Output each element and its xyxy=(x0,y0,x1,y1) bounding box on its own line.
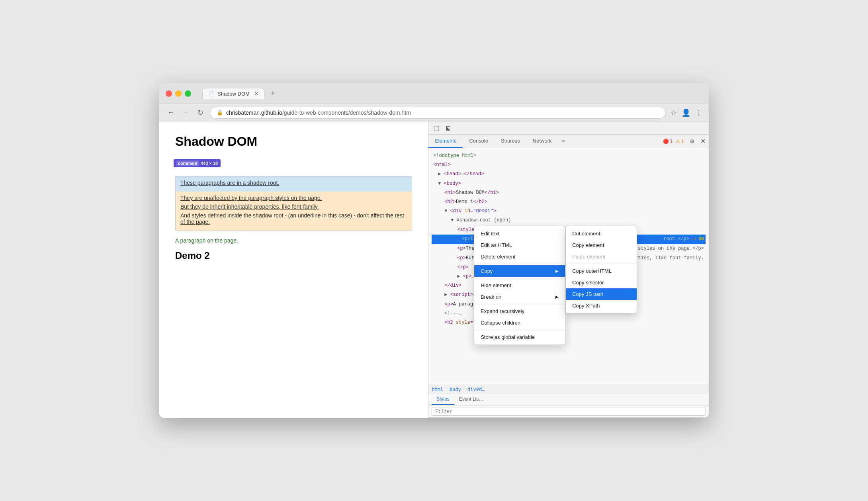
devtools-settings-button[interactable]: ⚙ xyxy=(687,137,697,146)
more-options-button[interactable]: ⋮ xyxy=(695,108,702,117)
url-bar[interactable]: 🔒 chrisbateman.github.io/guide-to-web-co… xyxy=(210,107,666,119)
context-menu: Edit text Edit as HTML Delete element Co… xyxy=(474,226,565,345)
maximize-button[interactable] xyxy=(185,90,191,97)
dom-line-h2-demo1[interactable]: <h2>Demo 1</h2> xyxy=(432,198,706,207)
address-bar: ← → ↻ 🔒 chrisbateman.github.io/guide-to-… xyxy=(159,104,709,121)
ctx-sep-3 xyxy=(474,304,565,304)
ctx-copy[interactable]: Copy ▶ xyxy=(474,265,565,277)
ctx-expand-recursively-label: Expand recursively xyxy=(481,308,524,314)
dom-line-html[interactable]: <html> xyxy=(432,160,706,170)
ctx-sep-1 xyxy=(474,264,565,264)
shadow-para-4: And styles defined inside the shadow roo… xyxy=(180,212,407,225)
div-arrow[interactable]: ▼ xyxy=(444,208,447,214)
dom-line-head[interactable]: ▶ <head>…</head> xyxy=(432,170,706,179)
main-area: Shadow DOM comment 443 × 18 Demo 1 These… xyxy=(159,121,709,418)
tab-network[interactable]: Network xyxy=(526,135,558,148)
tab-title: Shadow DOM xyxy=(217,91,250,97)
tab-sources[interactable]: Sources xyxy=(495,135,526,148)
element-tooltip: comment 443 × 18 xyxy=(174,159,221,167)
page-title: Shadow DOM xyxy=(175,134,412,149)
back-button[interactable]: ← xyxy=(166,107,176,118)
ctx-break-on[interactable]: Break on ▶ xyxy=(474,291,565,303)
error-badge: 🔴 1 xyxy=(663,139,673,144)
tab-close-button[interactable]: ✕ xyxy=(254,91,258,96)
dom-line-body[interactable]: ▼ <body> xyxy=(432,179,706,188)
shadow-para-1: These paragraphs are in a shadow root. xyxy=(180,180,407,186)
ctx-delete-element-label: Delete element xyxy=(481,254,515,260)
html-tag: <html> xyxy=(433,162,450,168)
device-toolbar-button[interactable]: ⬕ xyxy=(443,123,453,133)
avatar-button[interactable]: 👤 xyxy=(682,108,690,117)
devtools-tab-actions: 🔴 1 ⚠ 1 ⚙ ✕ xyxy=(663,135,709,148)
refresh-button[interactable]: ↻ xyxy=(196,107,205,119)
lock-icon: 🔒 xyxy=(217,110,223,115)
url-base: chrisbateman.github.io xyxy=(226,110,282,116)
copy-submenu: Cut element Copy element Paste element C… xyxy=(565,226,637,313)
dom-line-div-demo1[interactable]: ▼ <div id="demo1"> xyxy=(432,207,706,216)
tab-elements[interactable]: Elements xyxy=(428,135,463,148)
ctx-edit-text[interactable]: Edit text xyxy=(474,228,565,239)
address-actions: ☆ 👤 ⋮ xyxy=(671,108,702,117)
submenu-copy-element[interactable]: Copy element xyxy=(566,239,637,251)
submenu-copy-xpath[interactable]: Copy XPath xyxy=(566,300,637,311)
submenu-paste-element: Paste element xyxy=(566,251,637,262)
ctx-expand-recursively[interactable]: Expand recursively xyxy=(474,305,565,317)
inspect-element-button[interactable]: ⬚ xyxy=(432,123,442,133)
styles-tab-event-listeners[interactable]: Event Lis… xyxy=(454,394,488,405)
traffic-lights xyxy=(166,90,191,97)
dom-line-shadow-root[interactable]: ▼ #shadow-root (open) xyxy=(432,216,706,225)
styles-tabs: Styles Event Lis… xyxy=(428,394,709,405)
highlighted-paragraph: These paragraphs are in a shadow root. xyxy=(176,176,412,192)
dom-line-h2-style[interactable]: <h2 style="… xyxy=(432,318,706,327)
shadow-arrow[interactable]: ▼ xyxy=(451,217,454,223)
browser-tab[interactable]: 📄 Shadow DOM ✕ xyxy=(202,88,264,99)
warn-badge: ⚠ 1 xyxy=(676,139,684,144)
shadow-content: They are unaffected by the paragraph sty… xyxy=(176,192,412,231)
submenu-sep-1 xyxy=(566,264,637,264)
devtools-tabs: Elements Console Sources Network » 🔴 1 ⚠… xyxy=(428,135,709,148)
body-arrow[interactable]: ▼ xyxy=(438,181,441,186)
p-expand-arrow[interactable]: ▶ xyxy=(457,274,460,279)
ctx-store-as-global-label: Store as global variable xyxy=(481,334,535,340)
submenu-copy-outerhtml[interactable]: Copy outerHTML xyxy=(566,265,637,277)
doctype-text: <!doctype html> xyxy=(433,153,476,159)
minimize-button[interactable] xyxy=(175,90,182,97)
script-arrow[interactable]: ▶ xyxy=(444,292,447,297)
ctx-edit-as-html[interactable]: Edit as HTML xyxy=(474,239,565,251)
dom-line-h1[interactable]: <h1>Shadow DOM</h1> xyxy=(432,188,706,198)
submenu-cut-element[interactable]: Cut element xyxy=(566,228,637,239)
tooltip-tag: comment xyxy=(176,160,199,166)
demo1-heading: comment 443 × 18 Demo 1 xyxy=(175,159,412,170)
breadcrumb-div[interactable]: div#d… xyxy=(467,387,485,392)
ctx-collapse-children[interactable]: Collapse children xyxy=(474,317,565,329)
filter-input[interactable] xyxy=(432,407,706,416)
ctx-store-as-global[interactable]: Store as global variable xyxy=(474,331,565,343)
forward-button[interactable]: → xyxy=(181,107,191,118)
dollar-zero: == $0 xyxy=(691,236,704,243)
warn-count: 1 xyxy=(681,139,684,144)
breadcrumb-body[interactable]: body xyxy=(450,387,461,392)
devtools-panel: ⬚ ⬕ Elements Console Sources Network » 🔴… xyxy=(428,121,709,418)
ctx-copy-label: Copy xyxy=(481,268,493,274)
devtools-close-button[interactable]: ✕ xyxy=(700,137,706,145)
demo2-heading: Demo 2 xyxy=(175,250,412,261)
head-arrow[interactable]: ▶ xyxy=(438,171,441,177)
page-content: Shadow DOM comment 443 × 18 Demo 1 These… xyxy=(159,121,428,418)
green-paragraph: A paragraph on the page. xyxy=(175,237,412,244)
close-button[interactable] xyxy=(166,90,172,97)
tab-bar: 📄 Shadow DOM ✕ + xyxy=(202,88,702,99)
dom-line-doctype[interactable]: <!doctype html> xyxy=(432,151,706,160)
shadow-para-3: But they do inherit inheritable properti… xyxy=(180,204,407,210)
submenu-copy-js-path[interactable]: Copy JS path xyxy=(566,288,637,300)
shadow-para-2: They are unaffected by the paragraph sty… xyxy=(180,195,407,201)
ctx-hide-element[interactable]: Hide element xyxy=(474,280,565,291)
breadcrumb-bar: html body div#d… xyxy=(428,385,709,394)
breadcrumb-html[interactable]: html xyxy=(432,387,443,392)
styles-tab-styles[interactable]: Styles xyxy=(432,394,454,405)
tab-more[interactable]: » xyxy=(558,135,569,148)
ctx-delete-element[interactable]: Delete element xyxy=(474,251,565,262)
bookmark-button[interactable]: ☆ xyxy=(671,108,677,117)
submenu-copy-selector[interactable]: Copy selector xyxy=(566,277,637,288)
new-tab-button[interactable]: + xyxy=(268,88,278,99)
tab-console[interactable]: Console xyxy=(463,135,495,148)
